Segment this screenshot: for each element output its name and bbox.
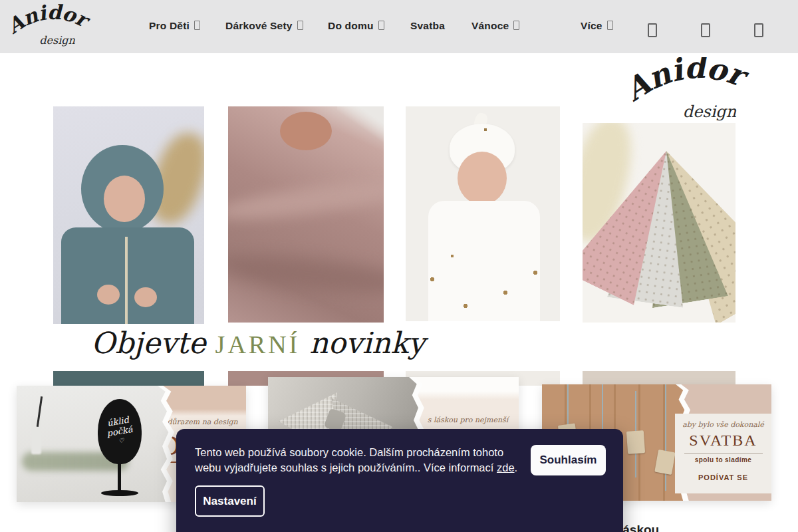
hero-brand-watermark: Anidor design [628,57,761,124]
cookie-accept-button[interactable]: Souhlasím [531,445,606,475]
hero-headline: Objevte JARNÍ novinky [118,326,398,360]
page: Anidor design Pro Děti Dárkové Sety Do d… [0,0,798,532]
search-icon[interactable] [648,23,657,37]
card-cta-link[interactable]: PODÍVAT SE [698,473,748,481]
cookie-info-link[interactable]: zde [497,462,515,473]
headline-script-post: novinky [309,326,425,360]
svg-text:design: design [683,102,737,121]
place-card-tag [654,450,676,475]
nav-item-vanoce[interactable]: Vánoce [471,20,519,32]
hero-photo-teal-baby[interactable] [53,106,204,324]
headline-accent: JARNÍ [215,330,301,359]
headline-script-pre: Objevte [91,326,206,360]
account-icon[interactable] [701,23,710,37]
dropdown-indicator-icon [378,21,384,30]
cookie-settings-button[interactable]: Nastavení [195,485,265,517]
hero-photo-bandana-bibs[interactable] [583,123,735,323]
dropdown-indicator-icon [297,21,303,30]
nav-item-pro-deti[interactable]: Pro Děti [149,20,200,32]
nav-item-vice[interactable]: Více [581,20,613,32]
nav-item-darkove-sety[interactable]: Dárkové Sety [225,20,303,32]
collage-strip [583,371,735,386]
divider [684,453,763,454]
cookie-banner: Tento web používá soubory cookie. Dalším… [176,429,623,532]
card-subtitle: spolu to sladíme [675,456,771,464]
brand-logo[interactable]: Anidor design [9,4,96,49]
place-card-tag [626,430,645,454]
card-eyebrow: s láskou pro nejmenší [420,416,516,424]
brand-tagline: design [39,34,75,47]
nav-item-do-domu[interactable]: Do domu [328,20,384,32]
nav-item-svatba[interactable]: Svatba [410,20,445,32]
dropdown-indicator-icon [513,21,519,30]
cookie-message: Tento web používá soubory cookie. Dalším… [195,445,521,475]
hero-photo-knit-blanket[interactable] [228,106,384,323]
collage-strip [53,371,204,386]
header: Anidor design Pro Děti Dárkové Sety Do d… [0,0,798,53]
card-eyebrow: aby bylo vše dokonalé [675,420,771,429]
dropdown-indicator-icon [607,21,613,30]
svg-text:Anidor: Anidor [628,57,754,108]
card-title: SVATBA [675,432,771,450]
hero-photo-hedgehog-baby[interactable] [406,106,560,321]
card-photo-wine-glass: úklid počká ♡ [17,386,172,502]
dropdown-indicator-icon [194,21,200,30]
cart-icon[interactable] [754,23,763,37]
